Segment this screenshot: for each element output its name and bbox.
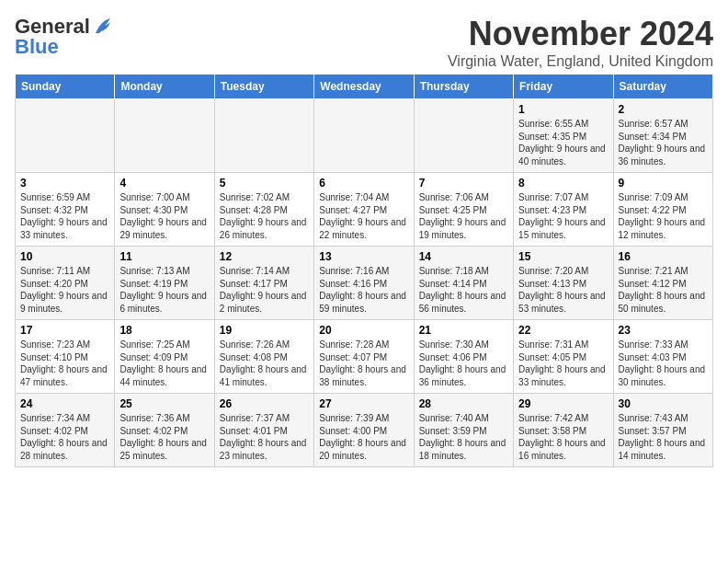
day-info: Sunrise: 7:30 AM Sunset: 4:06 PM Dayligh…: [419, 339, 508, 388]
day-number: 13: [319, 250, 408, 263]
day-number: 7: [419, 177, 508, 190]
calendar-cell: 22Sunrise: 7:31 AM Sunset: 4:05 PM Dayli…: [514, 320, 613, 394]
month-title: November 2024: [448, 15, 713, 53]
day-number: 18: [119, 324, 209, 337]
calendar-week-3: 10Sunrise: 7:11 AM Sunset: 4:20 PM Dayli…: [16, 247, 713, 320]
day-info: Sunrise: 6:57 AM Sunset: 4:34 PM Dayligh…: [619, 118, 708, 167]
weekday-header-saturday: Saturday: [613, 75, 712, 99]
logo: General Blue: [15, 15, 112, 59]
day-info: Sunrise: 7:21 AM Sunset: 4:12 PM Dayligh…: [619, 265, 708, 315]
calendar-week-1: 1Sunrise: 6:55 AM Sunset: 4:35 PM Daylig…: [16, 99, 713, 173]
calendar-cell: 15Sunrise: 7:20 AM Sunset: 4:13 PM Dayli…: [514, 247, 613, 320]
day-number: 19: [220, 324, 309, 337]
calendar-cell: 7Sunrise: 7:06 AM Sunset: 4:25 PM Daylig…: [414, 173, 513, 247]
calendar-week-2: 3Sunrise: 6:59 AM Sunset: 4:32 PM Daylig…: [16, 173, 713, 247]
location: Virginia Water, England, United Kingdom: [448, 53, 713, 70]
day-info: Sunrise: 7:34 AM Sunset: 4:02 PM Dayligh…: [20, 412, 109, 462]
day-number: 24: [20, 397, 109, 410]
day-number: 23: [619, 324, 708, 337]
day-number: 9: [619, 177, 708, 190]
day-info: Sunrise: 7:25 AM Sunset: 4:09 PM Dayligh…: [119, 339, 209, 388]
day-number: 6: [319, 177, 408, 190]
day-number: 11: [119, 250, 209, 263]
calendar-cell: [414, 99, 513, 173]
day-info: Sunrise: 7:39 AM Sunset: 4:00 PM Dayligh…: [319, 412, 408, 462]
day-info: Sunrise: 7:28 AM Sunset: 4:07 PM Dayligh…: [319, 339, 408, 388]
calendar-cell: 19Sunrise: 7:26 AM Sunset: 4:08 PM Dayli…: [214, 320, 313, 394]
calendar-cell: 1Sunrise: 6:55 AM Sunset: 4:35 PM Daylig…: [514, 99, 613, 173]
logo-blue-text: Blue: [15, 35, 59, 59]
calendar-cell: 11Sunrise: 7:13 AM Sunset: 4:19 PM Dayli…: [115, 247, 214, 320]
calendar-cell: [214, 99, 313, 173]
weekday-header-tuesday: Tuesday: [214, 75, 313, 99]
calendar-cell: 14Sunrise: 7:18 AM Sunset: 4:14 PM Dayli…: [414, 247, 513, 320]
day-info: Sunrise: 7:00 AM Sunset: 4:30 PM Dayligh…: [119, 191, 209, 241]
weekday-header-thursday: Thursday: [414, 75, 513, 99]
page-header: General Blue November 2024 Virginia Wate…: [15, 15, 713, 70]
weekday-header-wednesday: Wednesday: [314, 75, 414, 99]
day-info: Sunrise: 7:42 AM Sunset: 3:58 PM Dayligh…: [518, 412, 608, 462]
calendar-cell: 13Sunrise: 7:16 AM Sunset: 4:16 PM Dayli…: [314, 247, 414, 320]
day-number: 27: [319, 397, 408, 410]
calendar-cell: 27Sunrise: 7:39 AM Sunset: 4:00 PM Dayli…: [314, 394, 414, 467]
calendar-table: SundayMondayTuesdayWednesdayThursdayFrid…: [15, 74, 713, 467]
day-number: 28: [419, 397, 508, 410]
day-number: 8: [518, 177, 608, 190]
calendar-week-4: 17Sunrise: 7:23 AM Sunset: 4:10 PM Dayli…: [16, 320, 713, 394]
calendar-cell: 8Sunrise: 7:07 AM Sunset: 4:23 PM Daylig…: [514, 173, 613, 247]
day-number: 29: [518, 397, 608, 410]
day-info: Sunrise: 6:55 AM Sunset: 4:35 PM Dayligh…: [518, 118, 608, 167]
calendar-cell: [314, 99, 414, 173]
calendar-cell: 17Sunrise: 7:23 AM Sunset: 4:10 PM Dayli…: [16, 320, 115, 394]
weekday-header-row: SundayMondayTuesdayWednesdayThursdayFrid…: [16, 75, 713, 99]
calendar-cell: 21Sunrise: 7:30 AM Sunset: 4:06 PM Dayli…: [414, 320, 513, 394]
title-block: November 2024 Virginia Water, England, U…: [448, 15, 713, 70]
calendar-cell: 28Sunrise: 7:40 AM Sunset: 3:59 PM Dayli…: [414, 394, 513, 467]
day-info: Sunrise: 7:13 AM Sunset: 4:19 PM Dayligh…: [119, 265, 209, 315]
calendar-cell: 24Sunrise: 7:34 AM Sunset: 4:02 PM Dayli…: [16, 394, 115, 467]
day-number: 20: [319, 324, 408, 337]
day-info: Sunrise: 7:40 AM Sunset: 3:59 PM Dayligh…: [419, 412, 508, 462]
day-info: Sunrise: 7:43 AM Sunset: 3:57 PM Dayligh…: [619, 412, 708, 462]
day-info: Sunrise: 6:59 AM Sunset: 4:32 PM Dayligh…: [20, 191, 109, 241]
day-number: 12: [220, 250, 309, 263]
calendar-cell: 6Sunrise: 7:04 AM Sunset: 4:27 PM Daylig…: [314, 173, 414, 247]
day-info: Sunrise: 7:23 AM Sunset: 4:10 PM Dayligh…: [20, 339, 109, 388]
day-info: Sunrise: 7:36 AM Sunset: 4:02 PM Dayligh…: [119, 412, 209, 462]
calendar-cell: 16Sunrise: 7:21 AM Sunset: 4:12 PM Dayli…: [613, 247, 712, 320]
calendar-cell: 10Sunrise: 7:11 AM Sunset: 4:20 PM Dayli…: [16, 247, 115, 320]
calendar-week-5: 24Sunrise: 7:34 AM Sunset: 4:02 PM Dayli…: [16, 394, 713, 467]
day-number: 4: [119, 177, 209, 190]
calendar-cell: 23Sunrise: 7:33 AM Sunset: 4:03 PM Dayli…: [613, 320, 712, 394]
day-number: 5: [220, 177, 309, 190]
day-number: 14: [419, 250, 508, 263]
day-info: Sunrise: 7:16 AM Sunset: 4:16 PM Dayligh…: [319, 265, 408, 315]
calendar-cell: [115, 99, 214, 173]
weekday-header-friday: Friday: [514, 75, 613, 99]
day-info: Sunrise: 7:18 AM Sunset: 4:14 PM Dayligh…: [419, 265, 508, 315]
calendar-cell: 2Sunrise: 6:57 AM Sunset: 4:34 PM Daylig…: [613, 99, 712, 173]
calendar-cell: 30Sunrise: 7:43 AM Sunset: 3:57 PM Dayli…: [613, 394, 712, 467]
day-info: Sunrise: 7:04 AM Sunset: 4:27 PM Dayligh…: [319, 191, 408, 241]
day-info: Sunrise: 7:33 AM Sunset: 4:03 PM Dayligh…: [619, 339, 708, 388]
day-number: 25: [119, 397, 209, 410]
calendar-cell: [16, 99, 115, 173]
day-number: 2: [619, 103, 708, 116]
calendar-cell: 4Sunrise: 7:00 AM Sunset: 4:30 PM Daylig…: [115, 173, 214, 247]
day-number: 17: [20, 324, 109, 337]
day-number: 1: [518, 103, 608, 116]
calendar-cell: 20Sunrise: 7:28 AM Sunset: 4:07 PM Dayli…: [314, 320, 414, 394]
day-number: 21: [419, 324, 508, 337]
day-info: Sunrise: 7:37 AM Sunset: 4:01 PM Dayligh…: [220, 412, 309, 462]
calendar-cell: 9Sunrise: 7:09 AM Sunset: 4:22 PM Daylig…: [613, 173, 712, 247]
weekday-header-sunday: Sunday: [16, 75, 115, 99]
day-number: 26: [220, 397, 309, 410]
logo-bird-icon: [92, 17, 112, 37]
day-info: Sunrise: 7:07 AM Sunset: 4:23 PM Dayligh…: [518, 191, 608, 241]
day-info: Sunrise: 7:11 AM Sunset: 4:20 PM Dayligh…: [20, 265, 109, 315]
calendar-cell: 26Sunrise: 7:37 AM Sunset: 4:01 PM Dayli…: [214, 394, 313, 467]
day-number: 22: [518, 324, 608, 337]
calendar-cell: 18Sunrise: 7:25 AM Sunset: 4:09 PM Dayli…: [115, 320, 214, 394]
day-info: Sunrise: 7:26 AM Sunset: 4:08 PM Dayligh…: [220, 339, 309, 388]
day-info: Sunrise: 7:20 AM Sunset: 4:13 PM Dayligh…: [518, 265, 608, 315]
